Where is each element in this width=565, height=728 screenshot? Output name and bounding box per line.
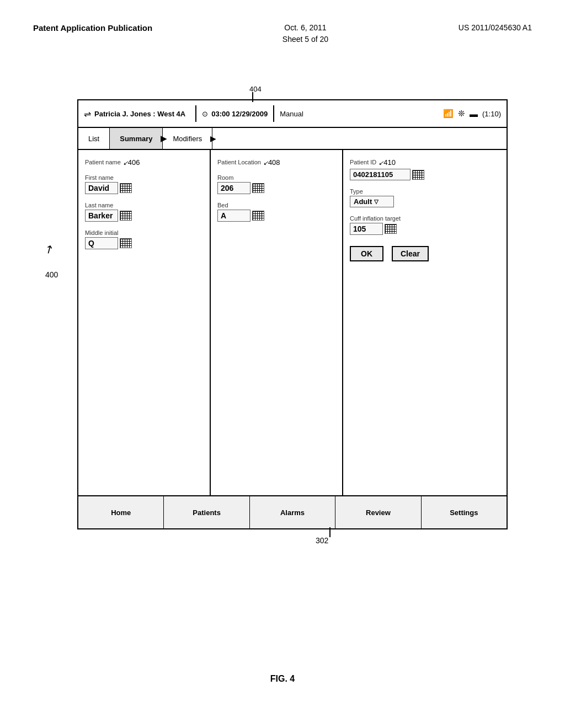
arrow-302-line [329, 527, 331, 537]
status-bar-right: 📶 ❊ ▬ (1:10) [443, 109, 501, 119]
publication-date: Oct. 6, 2011 [282, 22, 328, 34]
tab-modifiers-arrow: ▶ [210, 134, 216, 143]
room-value[interactable]: 206 [217, 182, 250, 194]
type-value: Adult [354, 197, 372, 206]
patient-id-grid-icon [412, 170, 424, 180]
patent-number: US 2011/0245630 A1 [459, 22, 532, 34]
type-group: Type Adult ▽ [350, 188, 500, 207]
first-name-group: First name David [85, 174, 203, 194]
label-302: 302 [316, 536, 328, 545]
panel-summary: Patient name ↙406 First name David Last … [78, 150, 211, 495]
ok-button[interactable]: OK [350, 246, 383, 261]
nav-alarms[interactable]: Alarms [250, 496, 335, 528]
asterisk-icon: ❊ [458, 109, 465, 119]
status-time: 03:00 12/29/2009 [211, 110, 268, 118]
patient-id-label: Patient ID [350, 159, 376, 165]
arrow-410: ↙410 [379, 158, 396, 167]
arrow-400-icon: ↗ [41, 241, 56, 257]
content-area: Patient name ↙406 First name David Last … [78, 150, 507, 495]
tab-bar: List Summary ▶ Modifiers ▶ [78, 128, 507, 150]
wifi-connect-icon: ⇌ [84, 109, 91, 119]
header-left: Patent Application Publication [33, 22, 152, 34]
tab-summary[interactable]: Summary ▶ [110, 128, 163, 149]
middle-initial-label: Middle initial [85, 229, 203, 236]
nav-patients[interactable]: Patients [164, 496, 249, 528]
clear-button[interactable]: Clear [392, 246, 429, 261]
arrow-406: ↙406 [123, 158, 140, 167]
dropdown-arrow-icon: ▽ [374, 199, 379, 205]
manual-label: Manual [280, 110, 303, 118]
sheet-info: Sheet 5 of 20 [282, 34, 328, 45]
status-divider [195, 105, 196, 122]
cuff-inflation-label: Cuff inflation target [350, 215, 500, 222]
status-divider2 [273, 105, 274, 122]
battery-icon: ▬ [470, 109, 478, 119]
type-dropdown[interactable]: Adult ▽ [350, 196, 394, 207]
diagram-container: ↗ 400 404 ⇌ Patricia J. Jones : West 4A … [44, 88, 519, 596]
label-400: 400 [45, 270, 58, 279]
arrow-408: ↙408 [263, 158, 280, 167]
type-label: Type [350, 188, 500, 195]
header-right: US 2011/0245630 A1 [459, 22, 532, 34]
patient-id-value[interactable]: 0402181105 [350, 169, 411, 180]
patient-location-label: Patient Location [217, 159, 261, 165]
last-name-value[interactable]: Barker [85, 210, 118, 222]
patient-location-group: Patient Location ↙408 [217, 158, 335, 167]
ratio-label: (1:10) [482, 110, 501, 118]
middle-initial-group: Middle initial Q [85, 229, 203, 249]
bed-grid-icon [252, 211, 264, 221]
device-frame: 404 ⇌ Patricia J. Jones : West 4A ⊙ 03:0… [77, 99, 508, 529]
patient-name-group: Patient name ↙406 [85, 158, 203, 167]
room-grid-icon [252, 183, 264, 193]
tab-summary-arrow: ▶ [161, 134, 167, 143]
last-name-group: Last name Barker [85, 202, 203, 222]
panel-modifiers: Patient Location ↙408 Room 206 Bed A [211, 150, 343, 495]
bed-label: Bed [217, 202, 335, 208]
first-name-label: First name [85, 174, 203, 181]
tab-list[interactable]: List [78, 128, 110, 149]
status-bar: ⇌ Patricia J. Jones : West 4A ⊙ 03:00 12… [78, 100, 507, 128]
first-name-grid-icon [120, 183, 132, 193]
page-header: Patent Application Publication Oct. 6, 2… [0, 22, 565, 45]
cuff-inflation-value[interactable]: 105 [350, 223, 383, 235]
room-group: Room 206 [217, 174, 335, 194]
action-buttons: OK Clear [350, 246, 500, 261]
room-label: Room [217, 174, 335, 181]
tab-modifiers[interactable]: Modifiers ▶ [163, 128, 212, 149]
fig-label: FIG. 4 [270, 674, 295, 684]
last-name-label: Last name [85, 202, 203, 208]
publication-title: Patent Application Publication [33, 23, 152, 33]
signal-bars-icon: 📶 [443, 109, 454, 119]
middle-initial-grid-icon [120, 238, 132, 248]
patient-id-group: Patient ID ↙410 0402181105 [350, 158, 500, 180]
first-name-value[interactable]: David [85, 182, 118, 194]
header-center: Oct. 6, 2011 Sheet 5 of 20 [282, 22, 328, 45]
nav-home[interactable]: Home [78, 496, 164, 528]
patient-name-status: Patricia J. Jones : West 4A [94, 110, 185, 118]
nav-settings[interactable]: Settings [422, 496, 507, 528]
panel-right: Patient ID ↙410 0402181105 Type Adult ▽ [343, 150, 507, 495]
cuff-inflation-group: Cuff inflation target 105 [350, 215, 500, 235]
bed-value[interactable]: A [217, 210, 250, 222]
clock-icon: ⊙ [202, 110, 208, 118]
middle-initial-value[interactable]: Q [85, 237, 118, 249]
nav-review[interactable]: Review [335, 496, 421, 528]
bed-group: Bed A [217, 202, 335, 222]
patient-name-label: Patient name [85, 159, 121, 165]
cuff-inflation-grid-icon [385, 224, 397, 234]
label-404: 404 [249, 85, 262, 93]
last-name-grid-icon [120, 211, 132, 221]
nav-button-bar: Home Patients Alarms Review Settings [78, 495, 507, 528]
